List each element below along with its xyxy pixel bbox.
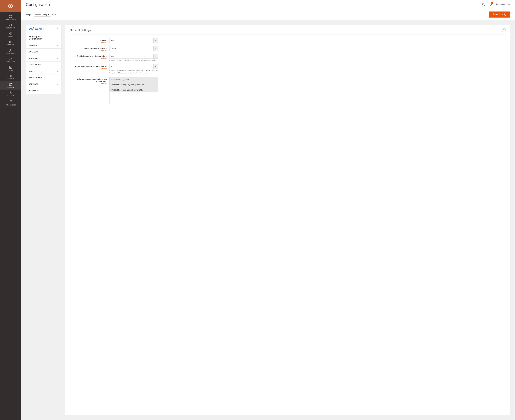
user-menu-button[interactable]: adminnew ▾ bbox=[495, 3, 510, 6]
enabled-select[interactable]: Yes No bbox=[110, 38, 158, 43]
enabled-field: Yes No ▼ bbox=[109, 38, 158, 43]
topbar: Configuration 2 adminnew ▾ bbox=[21, 0, 515, 9]
svg-point-20 bbox=[10, 100, 11, 101]
sidebar-item-dashboard[interactable]: DASHBOARD bbox=[0, 13, 21, 22]
save-config-button[interactable]: Save Config bbox=[489, 12, 510, 17]
content-icon bbox=[9, 66, 12, 69]
search-button[interactable] bbox=[481, 2, 486, 7]
marketing-icon bbox=[9, 57, 12, 60]
sidebar-item-marketing[interactable]: MARKETING bbox=[0, 56, 21, 64]
price-scope-select[interactable]: Global Website bbox=[110, 46, 158, 51]
accordion-item-hyva-themes[interactable]: HYVA THEMES ⌄ bbox=[26, 75, 61, 81]
sidebar-item-reports[interactable]: REPORTS bbox=[0, 73, 21, 81]
svg-rect-4 bbox=[9, 15, 10, 16]
sidebar-item-partners[interactable]: FIND PARTNERS& EXTENSIONS bbox=[0, 98, 21, 108]
accordion-label: SALES bbox=[29, 70, 35, 72]
section-header: General Settings ⌃ bbox=[70, 28, 506, 35]
price-scope-label: Subscription Price Scope [website] bbox=[70, 46, 107, 51]
payment-list-empty-space bbox=[110, 92, 158, 104]
accordion-label: GENERAL bbox=[29, 44, 38, 46]
sales-icon bbox=[9, 32, 12, 35]
accordion-item-catalog[interactable]: CATALOG ⌄ bbox=[26, 49, 61, 55]
search-icon bbox=[482, 3, 485, 6]
accordion-item-services[interactable]: SERVICES ⌄ bbox=[26, 81, 61, 87]
sidebar-item-label: CUSTOMERS bbox=[6, 52, 15, 54]
stores-icon bbox=[9, 83, 12, 86]
chevron-down-icon: ⌄ bbox=[57, 76, 59, 79]
sidebar-item-label: RECURRING bbox=[6, 27, 15, 29]
discount-select-wrapper: Yes No ▼ bbox=[109, 54, 158, 59]
sidebar-item-label: MARKETING bbox=[6, 61, 15, 63]
multiple-subs-select[interactable]: Yes No bbox=[110, 64, 158, 69]
sidebar-item-sales[interactable]: SALES bbox=[0, 30, 21, 39]
username-label: adminnew bbox=[499, 3, 508, 6]
accordion-item-general[interactable]: GENERAL ⌄ bbox=[26, 42, 61, 49]
sidebar-item-label: FIND PARTNERS& EXTENSIONS bbox=[5, 104, 16, 106]
notification-badge: 2 bbox=[491, 2, 493, 4]
payment-methods-list: Check / Money order Webkul Recurring Pay… bbox=[109, 77, 158, 104]
sidebar-item-label: SYSTEM bbox=[7, 95, 14, 97]
payment-method-item-paypal[interactable]: Webkul Recurring PayPal Express Che bbox=[110, 82, 158, 87]
section-title: General Settings bbox=[70, 29, 91, 32]
payment-method-item-stripe[interactable]: Webkul Recurring Stripe Payment Me bbox=[110, 87, 158, 92]
chevron-down-icon: ⌄ bbox=[57, 83, 59, 85]
content-area: Webkul ⌃ SubscriptionConfiguration GENER… bbox=[21, 20, 515, 420]
page-title: Configuration bbox=[26, 2, 50, 7]
help-icon[interactable]: ? bbox=[52, 13, 56, 16]
multiple-subs-select-wrapper: Yes No ▼ bbox=[109, 64, 158, 69]
payment-methods-field: Check / Money order Webkul Recurring Pay… bbox=[109, 77, 158, 104]
chevron-down-icon: ⌄ bbox=[57, 44, 59, 46]
svg-line-23 bbox=[484, 5, 485, 6]
price-scope-select-wrapper: Global Website ▼ bbox=[109, 46, 158, 51]
section-collapse-button[interactable]: ⌃ bbox=[502, 28, 506, 32]
scope-label: Scope: bbox=[26, 14, 32, 16]
discount-field-row: Enable Discount on Subscriptions [websit… bbox=[70, 54, 506, 61]
svg-rect-16 bbox=[11, 75, 12, 77]
discount-field: Yes No ▼ If set as 'Yes', the discount w… bbox=[109, 54, 158, 61]
sidebar-item-system[interactable]: SYSTEM bbox=[0, 90, 21, 98]
accordion-label: SECURITY bbox=[29, 57, 38, 59]
sidebar-item-catalog[interactable]: CATALOG bbox=[0, 39, 21, 47]
sidebar-item-label: DASHBOARD bbox=[6, 19, 16, 20]
svg-point-21 bbox=[11, 100, 12, 101]
system-icon bbox=[9, 91, 12, 94]
sidebar-item-content[interactable]: CONTENT bbox=[0, 64, 21, 73]
enabled-field-row: Enabled [website] Yes No ▼ bbox=[70, 38, 506, 43]
accordion-item-sales[interactable]: SALES ⌄ bbox=[26, 68, 61, 75]
webkul-collapse-icon[interactable]: ⌃ bbox=[57, 28, 59, 30]
scope-selector[interactable]: Default Config ▾ bbox=[34, 13, 51, 16]
chevron-down-icon: ⌄ bbox=[57, 51, 59, 53]
subscription-config-label: SubscriptionConfiguration bbox=[29, 35, 42, 40]
sidebar-item-recurring[interactable]: RECURRING bbox=[0, 22, 21, 30]
webkul-header: Webkul ⌃ bbox=[26, 25, 61, 33]
accordion-label: SERVICES bbox=[29, 83, 38, 85]
price-scope-field-row: Subscription Price Scope [website] Globa… bbox=[70, 46, 506, 51]
left-panel: Webkul ⌃ SubscriptionConfiguration GENER… bbox=[26, 25, 61, 415]
chevron-down-icon: ⌄ bbox=[57, 57, 59, 59]
accordion-label: ADVANCED bbox=[29, 90, 39, 92]
subscription-config-nav-item[interactable]: SubscriptionConfiguration bbox=[26, 33, 61, 42]
svg-rect-7 bbox=[11, 17, 12, 18]
accordion-item-customers[interactable]: CUSTOMERS ⌄ bbox=[26, 61, 61, 68]
chevron-down-icon: ⌄ bbox=[57, 70, 59, 72]
price-scope-field: Global Website ▼ bbox=[109, 46, 158, 51]
notifications-button[interactable]: 2 bbox=[488, 2, 493, 7]
svg-point-19 bbox=[10, 92, 11, 93]
payment-methods-label: Allowed payment methods to buy subscript… bbox=[70, 77, 107, 84]
payment-method-label: Webkul Recurring Stripe Payment Me bbox=[112, 89, 143, 91]
sidebar-item-label: STORES bbox=[7, 87, 14, 88]
reports-icon bbox=[9, 74, 12, 77]
right-panel: General Settings ⌃ Enabled [website] Yes… bbox=[65, 25, 510, 415]
payment-method-label: Webkul Recurring PayPal Express Che bbox=[112, 84, 144, 86]
discount-select[interactable]: Yes No bbox=[110, 54, 158, 59]
svg-rect-15 bbox=[10, 75, 11, 77]
recurring-icon bbox=[9, 23, 12, 27]
svg-point-12 bbox=[10, 49, 11, 51]
main-content: Configuration 2 adminnew ▾ Scope: Defaul… bbox=[21, 0, 515, 420]
accordion-item-advanced[interactable]: ADVANCED ⌄ bbox=[26, 87, 61, 94]
sidebar-item-stores[interactable]: STORES bbox=[0, 81, 21, 90]
sidebar-item-customers[interactable]: CUSTOMERS bbox=[0, 47, 21, 56]
payment-method-item-check[interactable]: Check / Money order bbox=[110, 77, 158, 82]
accordion-item-security[interactable]: SECURITY ⌄ bbox=[26, 55, 61, 61]
svg-rect-14 bbox=[10, 76, 10, 77]
